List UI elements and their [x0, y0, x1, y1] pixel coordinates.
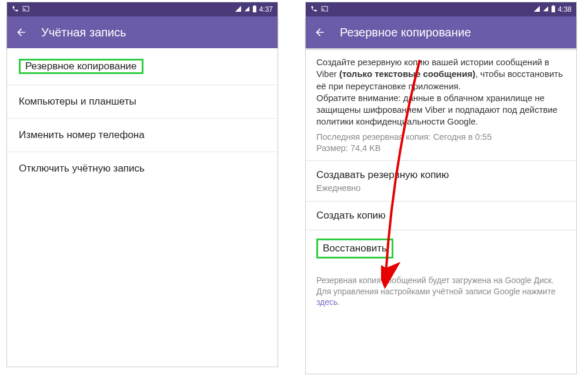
cast-icon [321, 5, 328, 14]
cell-icon [244, 5, 250, 14]
status-bar: 4:38 [306, 2, 576, 16]
signal-icon [235, 5, 242, 14]
menu-item-backup[interactable]: Резервное копирование [7, 48, 278, 85]
phone-screenshot-left: 4:37 Учётная запись Резервное копировани… [7, 2, 278, 367]
status-time: 4:38 [558, 5, 572, 14]
phone-screenshot-right: 4:38 Резервное копирование Создайте резе… [306, 2, 576, 374]
restore-backup-item[interactable]: Восстановить [306, 230, 576, 267]
status-time: 4:37 [259, 5, 273, 14]
cast-icon [22, 5, 29, 14]
app-bar: Учётная запись [7, 16, 278, 48]
battery-icon [252, 5, 257, 14]
app-bar: Резервное копирование [306, 16, 576, 48]
google-settings-link[interactable]: здесь [316, 297, 338, 307]
menu-item-change-number[interactable]: Изменить номер телефона [7, 119, 278, 152]
phone-icon [310, 5, 318, 14]
backup-footer-note: Резервная копия сообщений будет загружен… [306, 267, 576, 317]
battery-icon [551, 5, 556, 14]
back-icon[interactable] [314, 26, 326, 38]
page-title: Резервное копирование [340, 26, 471, 39]
signal-icon [533, 5, 540, 14]
create-backup-item[interactable]: Создать копию [306, 201, 576, 230]
menu-item-deactivate[interactable]: Отключить учётную запись [7, 152, 278, 185]
page-title: Учётная запись [41, 26, 126, 39]
last-backup-info: Последняя резервная копия: Сегодня в 0:5… [316, 132, 566, 155]
schedule-backup-item[interactable]: Создавать резервную копию Ежедневно [306, 160, 576, 201]
backup-description: Создайте резервную копию вашей истории с… [306, 48, 576, 160]
cell-icon [543, 5, 549, 14]
status-bar: 4:37 [7, 2, 278, 16]
phone-icon [12, 5, 19, 14]
back-icon[interactable] [15, 26, 27, 38]
menu-item-computers[interactable]: Компьютеры и планшеты [7, 85, 278, 119]
